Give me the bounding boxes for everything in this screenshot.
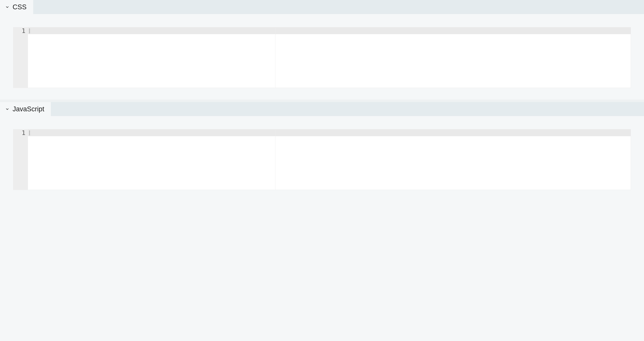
chevron-down-icon	[5, 5, 10, 9]
panel-css: CSS 1	[0, 0, 644, 100]
panel-body: 1	[0, 116, 644, 202]
panel-tab-javascript[interactable]: JavaScript	[0, 102, 51, 116]
editor-gutter: 1	[13, 27, 28, 88]
panel-divider	[0, 100, 644, 102]
panel-header-bar: CSS	[0, 0, 644, 14]
editor-cursor	[29, 130, 30, 135]
panel-body: 1	[0, 14, 644, 100]
editor-gutter: 1	[13, 129, 28, 190]
active-line-highlight	[28, 27, 631, 34]
editor-code-area[interactable]	[28, 27, 631, 88]
panel-tab-label: JavaScript	[13, 105, 44, 113]
chevron-down-icon	[5, 107, 10, 111]
editor-cursor	[29, 28, 30, 33]
editor-code-area[interactable]	[28, 129, 631, 190]
print-margin-line	[275, 129, 275, 190]
panel-tab-label: CSS	[13, 3, 27, 11]
active-line-highlight	[28, 129, 631, 136]
code-editor-javascript[interactable]: 1	[13, 129, 631, 190]
code-editor-css[interactable]: 1	[13, 27, 631, 88]
panel-header-bar: JavaScript	[0, 102, 644, 116]
panel-tab-css[interactable]: CSS	[0, 0, 33, 14]
panel-javascript: JavaScript 1	[0, 102, 644, 202]
line-number: 1	[13, 129, 25, 136]
line-number: 1	[13, 27, 25, 34]
print-margin-line	[275, 27, 275, 88]
